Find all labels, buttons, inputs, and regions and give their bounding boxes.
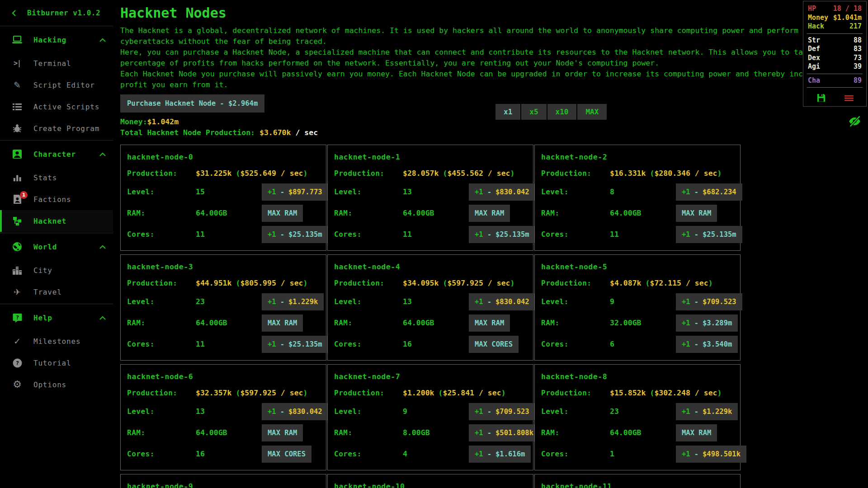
- factions-badge: 1: [20, 191, 28, 199]
- upgrade-level-button[interactable]: +1-$1.229k: [676, 403, 738, 420]
- upgrade-ram-button[interactable]: MAX RAM: [676, 424, 717, 441]
- node-level: 23: [610, 407, 676, 416]
- network-hub-icon: [11, 216, 24, 226]
- node-name: hacknet-node-5: [541, 258, 734, 275]
- node-level: 9: [403, 407, 469, 416]
- sidebar-item-travel[interactable]: ✈ Travel: [0, 281, 113, 303]
- total-production-value: $3.670k: [259, 128, 291, 137]
- sidebar-item-terminal[interactable]: >| Terminal: [0, 52, 113, 74]
- upgrade-cores-button[interactable]: +1-$1.616m: [469, 446, 531, 463]
- upgrade-level-button[interactable]: +1-$1.229k: [262, 293, 324, 310]
- sidebar-item-stats[interactable]: Stats: [0, 167, 113, 188]
- sidebar-item-hacknet[interactable]: Hacknet: [0, 210, 113, 232]
- purchase-hacknet-node-button[interactable]: Purchase Hacknet Node - $2.964m: [120, 94, 264, 113]
- cha-row: Cha89: [803, 76, 866, 85]
- multiplier-x10-button[interactable]: x10: [547, 104, 577, 120]
- upgrade-cores-button[interactable]: +1-$25.135m: [262, 336, 328, 353]
- chevron-up-icon: [99, 152, 106, 156]
- sidebar-item-create-program[interactable]: Create Program: [0, 117, 113, 139]
- node-production: $4.087k($72.115 / sec): [610, 279, 676, 287]
- hacknet-node-card: hacknet-node-8 Production:$15.852k($302.…: [534, 364, 741, 470]
- multiplier-max-button[interactable]: MAX: [577, 104, 607, 120]
- multiplier-x1-button[interactable]: x1: [495, 104, 520, 120]
- dex-row: Dex73: [803, 54, 866, 63]
- node-production: $15.852k($302.248 / sec): [610, 389, 676, 397]
- pencil-icon: ✎: [11, 81, 24, 89]
- toggle-overview-visibility-button[interactable]: [845, 115, 864, 129]
- sidebar-item-tutorial[interactable]: ? Tutorial: [0, 352, 113, 374]
- node-cores: 16: [403, 340, 469, 348]
- node-cores: 11: [196, 230, 262, 239]
- eye-slash-icon: [848, 115, 862, 127]
- sidebar-item-character[interactable]: Character: [0, 141, 113, 167]
- save-game-button[interactable]: [816, 93, 826, 103]
- sidebar-item-factions[interactable]: 1 Factions: [0, 188, 113, 210]
- hacknet-node-card: hacknet-node-4 Production:$34.095k($597.…: [327, 254, 533, 361]
- money-row: Money$1.041m: [803, 14, 866, 23]
- hack-row: Hack217: [803, 22, 866, 31]
- upgrade-level-button[interactable]: +1-$830.042: [262, 403, 328, 420]
- node-ram: 64.00GB: [610, 428, 676, 437]
- upgrade-ram-button[interactable]: MAX RAM: [469, 205, 510, 222]
- hp-value: 18 / 18: [833, 5, 862, 14]
- list-icon: [11, 103, 24, 111]
- upgrade-ram-button[interactable]: MAX RAM: [262, 205, 303, 222]
- str-value: 88: [854, 36, 862, 45]
- sidebar-item-options[interactable]: ⚙ Options: [0, 374, 113, 395]
- sidebar-group-character: Character Stats 1 Factions Hacknet: [0, 141, 113, 233]
- sidebar-item-hacking[interactable]: Hacking: [0, 27, 113, 52]
- chevron-up-icon: [99, 245, 106, 249]
- collapse-sidebar-button[interactable]: [9, 8, 19, 19]
- upgrade-cores-button[interactable]: +1-$3.540m: [676, 336, 738, 353]
- agi-row: Agi39: [803, 62, 866, 71]
- upgrade-level-button[interactable]: +1-$682.234: [676, 183, 742, 201]
- sidebar-item-active-scripts[interactable]: Active Scripts: [0, 96, 113, 117]
- upgrade-level-button[interactable]: +1-$709.523: [469, 403, 535, 420]
- hacknet-page: Hacknet Nodes The Hacknet is a global, d…: [113, 0, 868, 488]
- upgrade-ram-button[interactable]: +1-$501.808k: [469, 424, 539, 441]
- kill-scripts-button[interactable]: [844, 94, 854, 103]
- upgrade-ram-button[interactable]: MAX RAM: [469, 314, 510, 332]
- sidebar-group-hacking: Hacking >| Terminal ✎ Script Editor Acti…: [0, 26, 113, 141]
- upgrade-cores-button[interactable]: MAX CORES: [469, 336, 519, 353]
- upgrade-ram-button[interactable]: MAX RAM: [262, 314, 303, 332]
- node-cores: 1: [610, 450, 676, 458]
- upgrade-level-button[interactable]: +1-$830.042: [469, 293, 535, 310]
- node-production: $32.357k($597.925 / sec): [196, 389, 262, 397]
- multiplier-x5-button[interactable]: x5: [521, 104, 546, 120]
- upgrade-ram-button[interactable]: MAX RAM: [676, 205, 717, 222]
- node-cores: 11: [403, 230, 469, 239]
- chevron-left-icon: [11, 9, 17, 17]
- page-title: Hacknet Nodes: [120, 5, 863, 22]
- sidebar-item-milestones[interactable]: ✓ Milestones: [0, 330, 113, 352]
- upgrade-cores-button[interactable]: MAX CORES: [262, 446, 311, 463]
- upgrade-cores-button[interactable]: +1-$25.135m: [469, 226, 535, 243]
- node-name: hacknet-node-1: [334, 149, 527, 165]
- purchase-multiplier-buttons: x1 x5 x10 MAX: [495, 104, 607, 120]
- sidebar-item-world[interactable]: World: [0, 234, 113, 259]
- chevron-up-icon: [99, 38, 106, 42]
- upgrade-level-button[interactable]: +1-$830.042: [469, 183, 535, 201]
- hacknet-node-card: hacknet-node-0 Production:$31.225k($525.…: [120, 145, 326, 251]
- upgrade-cores-button[interactable]: +1-$25.135m: [676, 226, 742, 243]
- node-level: 23: [196, 297, 262, 306]
- upgrade-level-button[interactable]: +1-$709.523: [676, 293, 742, 310]
- upgrade-cores-button[interactable]: +1-$25.135m: [262, 226, 328, 243]
- node-production: $16.331k($280.346 / sec): [610, 169, 676, 178]
- hacknet-node-card: hacknet-node-2 Production:$16.331k($280.…: [534, 145, 741, 251]
- upgrade-level-button[interactable]: +1-$897.773: [262, 183, 328, 201]
- sidebar-item-city[interactable]: City: [0, 259, 113, 281]
- sidebar-item-help[interactable]: ? Help: [0, 305, 113, 330]
- svg-text:?: ?: [15, 360, 19, 366]
- upgrade-ram-button[interactable]: MAX RAM: [262, 424, 303, 441]
- upgrade-cores-button[interactable]: +1-$498.501k: [676, 446, 746, 463]
- save-icon: [816, 93, 826, 103]
- upgrade-ram-button[interactable]: +1-$3.289m: [676, 314, 738, 332]
- total-production-line: Total Hacknet Node Production: $3.670k /…: [120, 128, 863, 139]
- svg-text:?: ?: [15, 314, 19, 320]
- node-ram: 32.00GB: [610, 319, 676, 327]
- globe-icon: [11, 242, 24, 252]
- sidebar-item-script-editor[interactable]: ✎ Script Editor: [0, 74, 113, 96]
- divider: [807, 74, 863, 74]
- node-name: hacknet-node-8: [541, 368, 734, 385]
